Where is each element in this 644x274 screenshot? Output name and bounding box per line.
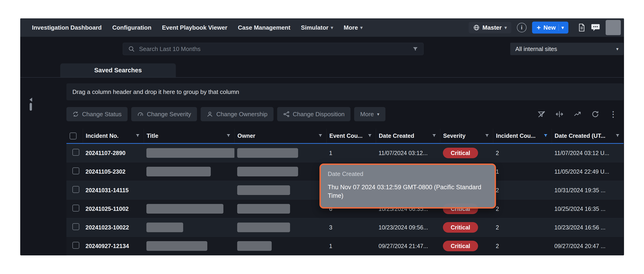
chevron-down-icon: ▾ (331, 25, 333, 30)
header-event-count[interactable]: Event Cou... (326, 129, 376, 143)
fit-columns-icon[interactable] (556, 110, 563, 118)
group-by-hint-text: Drag a column header and drop it here to… (72, 88, 239, 96)
row-checkbox[interactable] (72, 149, 79, 156)
redacted-owner (237, 167, 298, 176)
filter-icon[interactable] (615, 133, 620, 139)
redacted-title (146, 241, 207, 251)
change-status-button[interactable]: Change Status (66, 107, 128, 121)
cell-checkbox (66, 205, 83, 213)
cell-incident-count: 2 (493, 206, 552, 212)
clear-filters-icon[interactable] (538, 110, 546, 118)
nav-label: Investigation Dashboard (32, 24, 102, 31)
cell-title (144, 204, 234, 214)
cell-incident-no[interactable]: 20241031-14115 (83, 187, 144, 194)
change-disposition-button[interactable]: Change Disposition (277, 107, 350, 121)
plus-icon: + (537, 24, 541, 31)
chart-icon[interactable] (574, 110, 581, 118)
redacted-owner (237, 241, 272, 251)
master-branch-selector[interactable]: Master ▾ (469, 22, 512, 33)
table-row[interactable]: 20240927-12134 1 09/27/2024 21:47... Cri… (66, 237, 624, 256)
chat-icon[interactable] (591, 23, 600, 32)
filter-icon[interactable] (318, 133, 323, 139)
header-owner[interactable]: Owner (234, 129, 326, 143)
info-icon[interactable]: i (517, 23, 526, 32)
row-checkbox[interactable] (72, 205, 79, 212)
nav-items: Investigation Dashboard Configuration Ev… (20, 24, 362, 31)
row-checkbox[interactable] (72, 167, 79, 174)
cell-incident-no[interactable]: 20240927-12134 (83, 243, 144, 250)
cell-incident-no[interactable]: 20241105-2302 (83, 168, 144, 175)
header-date-created[interactable]: Date Created (376, 129, 440, 143)
new-button[interactable]: + New ▾ (532, 21, 568, 33)
release-notes-icon[interactable] (578, 23, 586, 32)
header-title[interactable]: Title (144, 129, 234, 143)
redacted-title (146, 223, 183, 232)
new-button-label: New (543, 24, 556, 31)
more-actions-label: More (360, 111, 374, 118)
tab-label: Saved Searches (94, 67, 142, 74)
header-select-all (66, 129, 83, 143)
filter-icon[interactable] (368, 133, 372, 139)
cell-date-created-utc: 11/05/2024 22:49 U... (552, 168, 624, 175)
table-toolbar: ⋮ (538, 107, 617, 121)
nav-case-management[interactable]: Case Management (238, 24, 290, 31)
nav-more[interactable]: More▾ (344, 24, 362, 31)
cell-severity: Critical (440, 148, 493, 158)
chevron-left-icon (30, 98, 32, 102)
nav-configuration[interactable]: Configuration (112, 24, 151, 31)
column-label: Incident Cou... (496, 133, 536, 139)
table-row[interactable]: 20241023-10022 3 10/23/2024 09:56... Cri… (66, 218, 624, 237)
nav-investigation-dashboard[interactable]: Investigation Dashboard (32, 24, 102, 31)
nav-label: Configuration (112, 24, 151, 31)
sites-dropdown[interactable]: All internal sites ▾ (510, 43, 624, 55)
cell-incident-no[interactable]: 20241023-10022 (83, 224, 144, 231)
select-all-checkbox[interactable] (70, 133, 76, 139)
refresh-icon[interactable] (591, 110, 599, 118)
cell-incident-no[interactable]: 20241025-11002 (83, 206, 144, 212)
redacted-owner (237, 204, 290, 214)
cell-severity: Critical (440, 222, 493, 233)
cell-owner (234, 204, 326, 214)
nav-event-playbook-viewer[interactable]: Event Playbook Viewer (162, 24, 227, 31)
header-date-created-utc[interactable]: Date Created (UT... (552, 129, 624, 143)
row-checkbox[interactable] (72, 242, 79, 249)
redacted-owner (237, 185, 290, 195)
table-row[interactable]: 20241107-2890 1 11/07/2024 03:12... Crit… (66, 144, 624, 162)
more-actions-button[interactable]: More ▾ (354, 107, 385, 121)
header-severity[interactable]: Severity (440, 129, 493, 143)
cell-owner (234, 241, 326, 251)
filter-icon-active[interactable] (543, 133, 548, 139)
change-ownership-button[interactable]: Change Ownership (201, 107, 274, 121)
nav-label: Case Management (238, 24, 290, 31)
cell-date-created: 11/07/2024 03:12... (376, 150, 440, 156)
cell-event-count: 1 (326, 243, 376, 250)
cell-owner (234, 223, 326, 232)
cell-incident-count: 2 (493, 187, 552, 194)
row-checkbox[interactable] (72, 186, 79, 193)
search-filter-icon[interactable] (412, 46, 418, 52)
master-label: Master (482, 24, 502, 31)
kebab-menu-icon[interactable]: ⋮ (609, 110, 617, 118)
bulk-actions-row: Change Status Change Severity Change Own… (66, 107, 386, 121)
severity-badge: Critical (443, 241, 478, 251)
header-incident-count[interactable]: Incident Cou... (493, 129, 552, 143)
change-severity-button[interactable]: Change Severity (131, 107, 197, 121)
filter-icon[interactable] (432, 133, 436, 139)
filter-icon[interactable] (226, 133, 231, 139)
avatar[interactable] (606, 20, 621, 35)
header-incident-no[interactable]: Incident No. (83, 129, 144, 143)
cell-incident-no[interactable]: 20241107-2890 (83, 150, 144, 156)
app-window: Investigation Dashboard Configuration Ev… (20, 18, 624, 256)
nav-label: Event Playbook Viewer (162, 24, 227, 31)
row-checkbox[interactable] (72, 223, 79, 230)
search-input[interactable] (138, 45, 409, 53)
group-by-drop-zone[interactable]: Drag a column header and drop it here to… (66, 83, 624, 100)
panel-collapse-handle[interactable] (30, 98, 32, 111)
tab-saved-searches[interactable]: Saved Searches (60, 63, 176, 77)
person-icon (206, 111, 213, 117)
change-ownership-label: Change Ownership (216, 111, 268, 118)
nav-simulator[interactable]: Simulator▾ (301, 24, 333, 31)
filter-icon[interactable] (485, 133, 489, 139)
gauge-icon (137, 111, 144, 117)
filter-icon[interactable] (135, 133, 140, 139)
